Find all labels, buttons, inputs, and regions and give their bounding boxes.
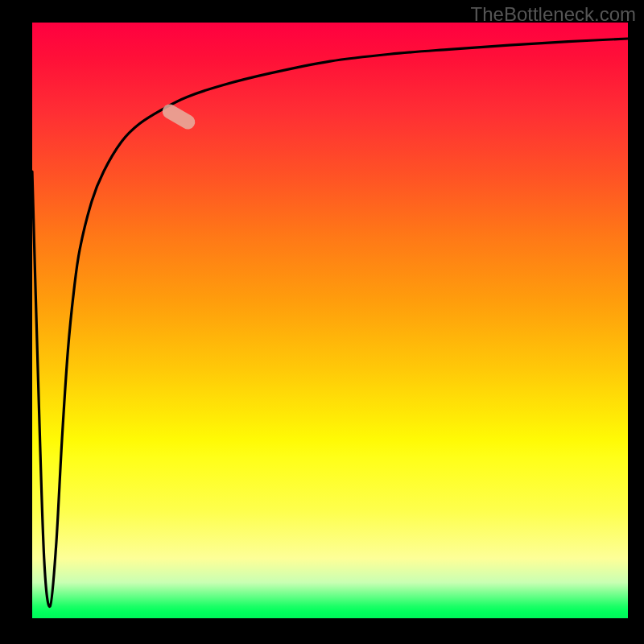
chart-frame — [32, 23, 628, 618]
watermark-text: TheBottleneck.com — [471, 3, 636, 26]
chart-curve — [32, 23, 628, 618]
